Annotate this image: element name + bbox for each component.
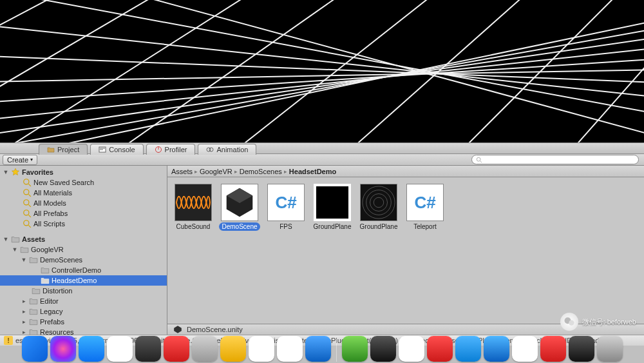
macos-dock[interactable] bbox=[0, 333, 644, 363]
dock-chrome-icon[interactable] bbox=[277, 336, 303, 362]
dock-unity-icon[interactable] bbox=[569, 336, 594, 362]
tab-animation[interactable]: Animation bbox=[198, 144, 256, 155]
create-button[interactable]: Create ▾ bbox=[3, 155, 37, 165]
dock-qq-icon[interactable] bbox=[512, 336, 538, 362]
animation-icon bbox=[206, 146, 214, 153]
folder-icon bbox=[47, 146, 55, 153]
breadcrumb-item[interactable]: HeadsetDemo bbox=[289, 168, 336, 175]
unity-scene-icon bbox=[173, 326, 182, 333]
search-saved-icon bbox=[23, 189, 32, 197]
dock-app-e-icon[interactable] bbox=[540, 336, 566, 362]
svg-point-33 bbox=[24, 210, 29, 215]
tree-favorite-item[interactable]: All Scripts bbox=[0, 219, 167, 229]
unity-scene-icon bbox=[221, 184, 258, 221]
breadcrumb-item[interactable]: Assets bbox=[171, 168, 193, 175]
dock-itunes-icon[interactable] bbox=[50, 336, 76, 362]
asset-fps[interactable]: C# FPS bbox=[265, 184, 307, 231]
svg-point-42 bbox=[363, 186, 395, 219]
dock-evernote-icon[interactable] bbox=[342, 336, 368, 362]
tab-label: Console bbox=[109, 146, 135, 153]
tree-folder-demoscenes[interactable]: ▼DemoScenes bbox=[0, 255, 167, 265]
dock-app-box-icon[interactable] bbox=[370, 336, 396, 362]
breadcrumb-item[interactable]: DemoScenes bbox=[240, 168, 282, 175]
folder-icon bbox=[20, 246, 29, 253]
scene-view[interactable] bbox=[0, 0, 644, 142]
console-icon bbox=[99, 146, 106, 153]
tree-favorite-item[interactable]: New Saved Search bbox=[0, 177, 167, 188]
star-icon bbox=[11, 168, 20, 176]
watermark-text: 微信号: beforweb bbox=[582, 317, 636, 327]
asset-demoscene[interactable]: DemoScene bbox=[219, 184, 260, 231]
breadcrumb-item[interactable]: GoogleVR bbox=[200, 168, 232, 175]
tree-assets-header[interactable]: ▼ Assets bbox=[0, 234, 167, 244]
asset-groundplane-tex[interactable]: GroundPlane bbox=[358, 184, 399, 231]
tab-console[interactable]: Console bbox=[90, 144, 143, 155]
dock-finder-icon[interactable] bbox=[22, 336, 48, 362]
tree-label: Legacy bbox=[40, 308, 62, 315]
tree-folder-googlevr[interactable]: ▼GoogleVR bbox=[0, 244, 167, 255]
dock-xcode-icon[interactable] bbox=[305, 336, 331, 362]
svg-point-24 bbox=[209, 148, 213, 152]
asset-groundplane-mat[interactable]: GroundPlane bbox=[312, 184, 353, 231]
dock-sketch-icon[interactable] bbox=[249, 336, 274, 362]
dock-appstore-icon[interactable] bbox=[79, 336, 104, 362]
dock-app-g-icon[interactable] bbox=[164, 336, 189, 362]
folder-icon bbox=[29, 256, 38, 264]
tree-label: ControllerDemo bbox=[52, 266, 101, 274]
tree-folder-headsetdemo[interactable]: HeadsetDemo bbox=[0, 275, 167, 286]
tree-label: Distortion bbox=[43, 287, 72, 295]
dock-photos-icon[interactable] bbox=[107, 336, 133, 362]
asset-cubesound[interactable]: CubeSound bbox=[173, 184, 214, 231]
tree-label: GoogleVR bbox=[31, 246, 64, 253]
csharp-icon: C# bbox=[406, 184, 444, 221]
tree-favorites-header[interactable]: ▼ Favorites bbox=[0, 167, 167, 177]
asset-label: CubeSound bbox=[173, 222, 214, 231]
tree-folder-controllerdemo[interactable]: ControllerDemo bbox=[0, 265, 167, 275]
svg-point-40 bbox=[370, 193, 387, 211]
svg-line-32 bbox=[28, 204, 31, 207]
search-saved-icon bbox=[23, 199, 32, 207]
dock-app-flag-icon[interactable] bbox=[220, 336, 246, 362]
tab-project[interactable]: Project bbox=[39, 144, 88, 155]
tab-profiler[interactable]: Profiler bbox=[146, 144, 196, 155]
tree-label: All Scripts bbox=[33, 220, 65, 228]
asset-teleport[interactable]: C# Teleport bbox=[404, 184, 446, 231]
panel-tab-bar: Project Console Profiler Animation bbox=[0, 142, 644, 154]
tree-label: DemoScenes bbox=[40, 256, 82, 264]
csharp-icon: C# bbox=[267, 184, 305, 221]
tree-favorite-item[interactable]: All Materials bbox=[0, 188, 167, 198]
selection-label: DemoScene.unity bbox=[187, 326, 243, 333]
folder-icon bbox=[11, 235, 20, 243]
project-tree[interactable]: ▼ Favorites New Saved Search All Materia… bbox=[0, 166, 167, 335]
search-saved-icon bbox=[23, 210, 32, 217]
dock-safari-icon[interactable] bbox=[484, 336, 509, 362]
dock-settings-icon[interactable] bbox=[135, 336, 161, 362]
dock-app-cloud-icon[interactable] bbox=[455, 336, 481, 362]
dock-trash-icon[interactable] bbox=[597, 336, 623, 362]
svg-point-29 bbox=[24, 190, 29, 195]
wechat-icon bbox=[560, 313, 578, 331]
folder-icon bbox=[41, 277, 50, 284]
tree-folder[interactable]: ▸Legacy bbox=[0, 306, 167, 317]
tree-favorite-item[interactable]: All Prefabs bbox=[0, 208, 167, 219]
svg-point-31 bbox=[24, 200, 29, 205]
svg-point-27 bbox=[24, 179, 29, 184]
tree-folder[interactable]: ▸Prefabs bbox=[0, 317, 167, 327]
asset-label: DemoScene bbox=[219, 222, 260, 231]
search-saved-icon bbox=[23, 220, 32, 228]
tree-label: Prefabs bbox=[40, 318, 64, 326]
breadcrumb[interactable]: Assets▸ GoogleVR▸ DemoScenes▸ HeadsetDem… bbox=[167, 166, 644, 177]
search-icon bbox=[476, 157, 482, 163]
tree-folder[interactable]: Distortion bbox=[0, 286, 167, 296]
dock-wechat-icon[interactable] bbox=[399, 336, 424, 362]
tab-label: Profiler bbox=[165, 146, 187, 153]
tree-label: Editor bbox=[40, 297, 59, 305]
tree-favorite-item[interactable]: All Models bbox=[0, 198, 167, 208]
dock-app-target-icon[interactable] bbox=[427, 336, 453, 362]
search-input[interactable] bbox=[471, 155, 639, 164]
asset-grid[interactable]: CubeSound DemoScene C# FPS GroundPlane G… bbox=[167, 177, 644, 324]
tree-folder[interactable]: ▸Editor bbox=[0, 296, 167, 306]
svg-line-36 bbox=[28, 225, 31, 228]
search-saved-icon bbox=[23, 179, 32, 186]
dock-launchpad-icon[interactable] bbox=[192, 336, 218, 362]
